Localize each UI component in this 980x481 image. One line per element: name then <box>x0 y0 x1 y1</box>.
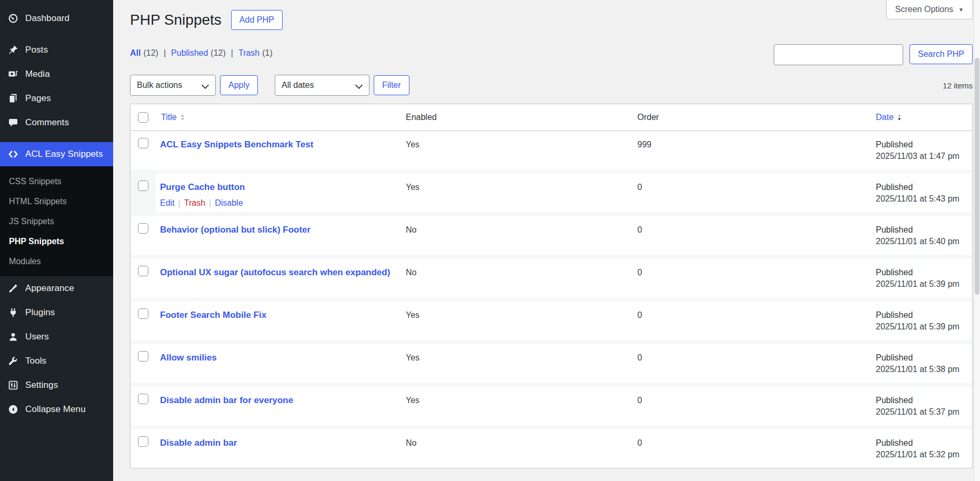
snippet-title-link[interactable]: Optional UX sugar (autofocus search when… <box>160 267 390 277</box>
row-date-cell: Published 2025/11/01 at 5:39 pm <box>871 302 972 340</box>
snippet-title-link[interactable]: Footer Search Mobile Fix <box>160 310 266 320</box>
sidebar-submenu: CSS SnippetsHTML SnippetsJS SnippetsPHP … <box>0 166 113 276</box>
main-content: Screen Options ▼ PHP Snippets Add PHP Al… <box>113 0 980 481</box>
filter-button[interactable]: Filter <box>374 75 409 95</box>
sidebar-item-acl-easy-snippets[interactable]: ACL Easy Snippets <box>0 142 113 166</box>
row-checkbox[interactable] <box>138 223 148 234</box>
sidebar-item-media[interactable]: Media <box>0 62 113 86</box>
table-row: Optional UX sugar (autofocus search when… <box>131 259 972 302</box>
sidebar-subitem-css-snippets[interactable]: CSS Snippets <box>0 172 113 192</box>
row-status: Published <box>876 437 967 449</box>
row-checkbox[interactable] <box>138 394 148 404</box>
filter-link-trash[interactable]: Trash <box>238 48 259 57</box>
row-status: Published <box>876 267 967 278</box>
sidebar-item-label: Appearance <box>25 283 74 294</box>
row-actions: Edit|Trash|Disable <box>160 197 395 209</box>
filter-link-published[interactable]: Published <box>171 48 208 57</box>
sidebar-item-plugins[interactable]: Plugins <box>0 300 113 325</box>
sidebar-item-label: Comments <box>25 117 69 128</box>
header-check-cell <box>131 104 156 131</box>
search-input[interactable] <box>774 44 903 65</box>
media-icon <box>8 69 18 79</box>
row-check-cell <box>131 429 156 468</box>
row-order-cell: 999 <box>632 131 871 169</box>
sidebar-item-tools[interactable]: Tools <box>0 349 113 373</box>
sidebar-subitem-html-snippets[interactable]: HTML Snippets <box>0 192 113 212</box>
dashboard-icon <box>8 13 18 24</box>
row-order-cell: 0 <box>632 344 871 383</box>
wordpress-admin-screen: Dashboard Posts Media Pages Comments ACL… <box>0 0 980 481</box>
sidebar-item-pages[interactable]: Pages <box>0 86 113 111</box>
sidebar-item-appearance[interactable]: Appearance <box>0 276 113 300</box>
select-all-checkbox[interactable] <box>138 112 148 123</box>
sidebar-item-collapse-menu[interactable]: Collapse Menu <box>0 397 113 422</box>
items-count: 12 items <box>943 81 973 90</box>
table-body: ACL Easy Snippets Benchmark Test Yes 999… <box>131 131 972 468</box>
disable-link[interactable]: Disable <box>215 198 243 207</box>
code-icon <box>8 149 18 159</box>
sidebar-item-settings[interactable]: Settings <box>0 373 113 397</box>
snippet-title-link[interactable]: Allow smilies <box>160 353 217 363</box>
row-order-cell: 0 <box>632 174 871 212</box>
row-status: Published <box>876 182 967 193</box>
sidebar-item-users[interactable]: Users <box>0 325 113 349</box>
snippet-title-link[interactable]: Purge Cache button <box>160 182 245 192</box>
row-date-cell: Published 2025/11/01 at 5:38 pm <box>871 344 972 383</box>
bulk-actions-select[interactable]: Bulk actions <box>130 75 216 96</box>
row-date: 2025/11/01 at 5:39 pm <box>876 321 967 333</box>
sidebar-subitem-js-snippets[interactable]: JS Snippets <box>0 212 113 232</box>
trash-link[interactable]: Trash <box>184 198 205 207</box>
header-enabled-cell: Enabled <box>401 104 632 131</box>
row-date: 2025/11/03 at 1:47 pm <box>876 151 967 162</box>
collapse-arrow-icon <box>8 404 18 415</box>
sidebar-subitem-php-snippets[interactable]: PHP Snippets <box>0 232 113 252</box>
scrollbar-thumb[interactable] <box>975 58 979 295</box>
table-header-row: Title ▲▼ Enabled Order Date ▲▼ <box>131 104 972 131</box>
row-checkbox[interactable] <box>138 436 148 447</box>
sidebar-item-posts[interactable]: Posts <box>0 38 113 62</box>
row-enabled-cell: Yes <box>401 174 632 212</box>
table-row: ACL Easy Snippets Benchmark Test Yes 999… <box>131 131 972 174</box>
action-separator: | <box>178 198 181 207</box>
snippet-title-link[interactable]: Behavior (optional but slick) Footer <box>160 225 311 235</box>
snippet-title-link[interactable]: Disable admin bar for everyone <box>160 395 293 405</box>
caret-down-icon: ▼ <box>958 7 964 13</box>
snippet-title-link[interactable]: ACL Easy Snippets Benchmark Test <box>160 139 313 149</box>
sidebar-subitem-modules[interactable]: Modules <box>0 252 113 272</box>
sidebar-item-dashboard[interactable]: Dashboard <box>0 6 113 31</box>
row-checkbox[interactable] <box>138 181 148 191</box>
sort-by-date-link[interactable]: Date <box>876 113 894 122</box>
edit-link[interactable]: Edit <box>160 198 175 207</box>
row-enabled-cell: Yes <box>401 387 632 425</box>
row-checkbox[interactable] <box>138 308 148 319</box>
row-title-cell: Footer Search Mobile Fix <box>156 302 401 340</box>
filter-link-all[interactable]: All <box>130 48 141 57</box>
row-order-cell: 0 <box>632 216 871 255</box>
search-php-button[interactable]: Search PHP <box>909 44 973 64</box>
row-order-cell: 0 <box>632 429 871 468</box>
row-checkbox[interactable] <box>138 266 148 276</box>
row-checkbox[interactable] <box>138 351 148 362</box>
row-status: Published <box>876 309 967 321</box>
sliders-icon <box>8 380 18 390</box>
snippet-title-link[interactable]: Disable admin bar <box>160 438 237 448</box>
apply-button[interactable]: Apply <box>220 75 258 95</box>
filter-count: (12) <box>143 48 158 57</box>
sort-by-title-link[interactable]: Title <box>161 113 177 122</box>
row-check-cell <box>131 174 156 212</box>
row-check-cell <box>131 387 156 425</box>
vertical-scrollbar[interactable] <box>974 0 980 481</box>
table-row: Allow smilies Yes 0 Published 2025/11/01… <box>131 344 972 387</box>
add-php-button[interactable]: Add PHP <box>231 10 283 30</box>
table-row: Footer Search Mobile Fix Yes 0 Published… <box>131 302 972 344</box>
dates-filter-select[interactable]: All dates <box>275 75 369 96</box>
row-order-cell: 0 <box>632 302 871 340</box>
row-enabled-cell: Yes <box>401 344 632 383</box>
screen-options-button[interactable]: Screen Options ▼ <box>886 0 973 19</box>
row-checkbox[interactable] <box>138 138 148 148</box>
sidebar-item-comments[interactable]: Comments <box>0 111 113 135</box>
row-check-cell <box>131 216 156 255</box>
screen-options-label: Screen Options <box>895 5 953 14</box>
row-check-cell <box>131 259 156 297</box>
row-check-cell <box>131 131 156 169</box>
